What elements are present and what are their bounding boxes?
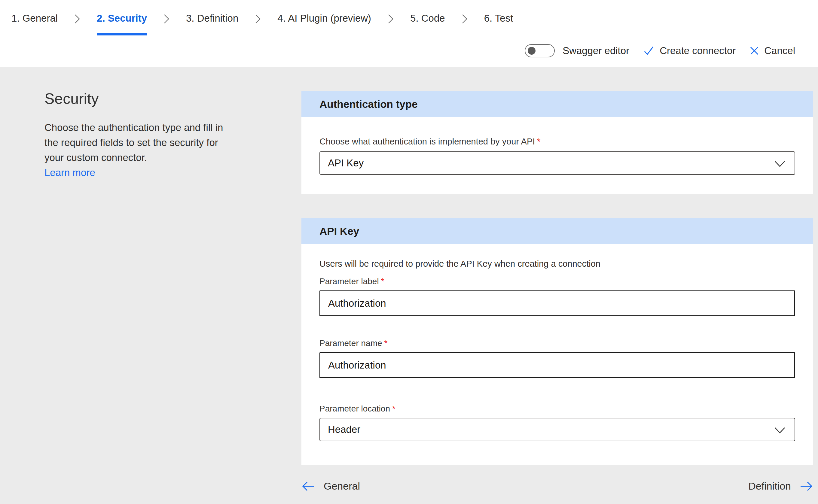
auth-type-field-label: Choose what authentication is implemente… (319, 136, 795, 147)
page-title: Security (44, 90, 237, 108)
auth-type-selected-value: API Key (328, 157, 363, 169)
parameter-location-field-label: Parameter location* (319, 404, 795, 414)
toggle-knob-icon (528, 47, 536, 55)
required-asterisk: * (537, 137, 540, 146)
wizard-breadcrumb: 1. General 2. Security 3. Definition 4. … (11, 13, 513, 35)
page-description: Choose the authentication type and fill … (44, 120, 228, 165)
parameter-label-field-label: Parameter label* (319, 277, 795, 286)
auth-type-section-header: Authentication type (301, 91, 813, 117)
required-asterisk: * (392, 404, 395, 413)
breadcrumb-step-test[interactable]: 6. Test (484, 13, 513, 35)
required-asterisk: * (381, 277, 384, 286)
side-panel: Security Choose the authentication type … (44, 90, 237, 178)
back-link-label: General (324, 480, 360, 492)
security-step-content: Security Choose the authentication type … (0, 67, 818, 504)
auth-type-dropdown[interactable]: API Key (319, 151, 795, 175)
chevron-right-icon (74, 14, 81, 24)
chevron-right-icon (387, 14, 394, 24)
step-navigation: General Definition (301, 480, 813, 492)
breadcrumb-step-code[interactable]: 5. Code (410, 13, 445, 35)
arrow-right-icon (799, 481, 813, 492)
chevron-right-icon (163, 14, 170, 24)
next-link-label: Definition (748, 480, 791, 492)
api-key-section-header: API Key (301, 218, 813, 244)
create-connector-label: Create connector (660, 45, 736, 56)
swagger-editor-label[interactable]: Swagger editor (563, 45, 629, 56)
back-general-link[interactable]: General (301, 480, 360, 492)
chevron-right-icon (461, 14, 468, 24)
chevron-right-icon (254, 14, 261, 24)
create-connector-button[interactable]: Create connector (643, 45, 736, 56)
next-definition-link[interactable]: Definition (748, 480, 813, 492)
chevron-down-icon (774, 427, 786, 434)
close-icon (750, 46, 759, 56)
parameter-location-selected-value: Header (328, 424, 360, 435)
chevron-down-icon (774, 160, 786, 168)
parameter-name-field-label: Parameter name* (319, 339, 795, 348)
check-icon (643, 45, 655, 56)
breadcrumb-step-general[interactable]: 1. General (11, 13, 58, 35)
swagger-editor-toggle-group: Swagger editor (525, 44, 629, 57)
api-key-description: Users will be required to provide the AP… (319, 259, 795, 269)
arrow-left-icon (301, 481, 315, 492)
breadcrumb-step-definition[interactable]: 3. Definition (186, 13, 238, 35)
parameter-location-dropdown[interactable]: Header (319, 418, 795, 441)
api-key-section-body: Users will be required to provide the AP… (301, 244, 813, 465)
security-form-card: Authentication type Choose what authenti… (301, 91, 813, 492)
breadcrumb-step-security[interactable]: 2. Security (97, 13, 147, 35)
auth-type-section-body: Choose what authentication is implemente… (301, 117, 813, 194)
active-tab-underline (97, 33, 147, 35)
page-header: 1. General 2. Security 3. Definition 4. … (0, 0, 818, 67)
required-asterisk: * (384, 339, 388, 348)
swagger-editor-toggle[interactable] (525, 44, 555, 57)
header-toolbar: Swagger editor Create connector Cancel (525, 44, 795, 57)
breadcrumb-step-ai-plugin[interactable]: 4. AI Plugin (preview) (277, 13, 371, 35)
section-gap (301, 194, 813, 218)
cancel-label: Cancel (764, 45, 795, 56)
cancel-button[interactable]: Cancel (750, 45, 795, 56)
parameter-label-input[interactable] (319, 290, 795, 316)
learn-more-link[interactable]: Learn more (44, 167, 95, 178)
parameter-name-input[interactable] (319, 352, 795, 378)
